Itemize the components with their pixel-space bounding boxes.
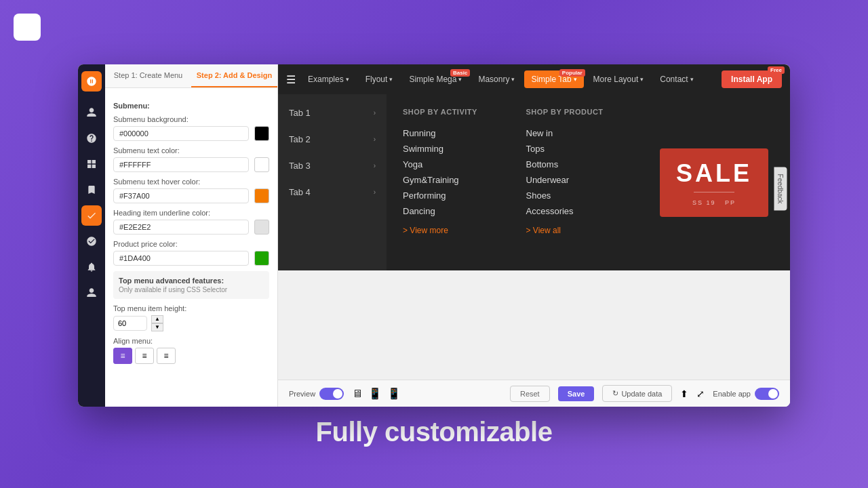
hamburger-icon[interactable]: ☰: [286, 73, 296, 86]
sidebar-icon-check[interactable]: [81, 205, 102, 226]
submenu-bg-label: Submenu background:: [113, 115, 269, 123]
menu-item-more-layout[interactable]: More Layout ▾: [587, 70, 651, 88]
simple-tab-badge: Popular: [559, 69, 585, 77]
mobile-icon[interactable]: 📱: [387, 387, 401, 400]
submenu-hover-swatch[interactable]: [254, 188, 269, 203]
view-more-link[interactable]: > View more: [403, 223, 510, 238]
feedback-tab[interactable]: Feedback: [774, 167, 787, 211]
sale-banner: SALE SS 19 PP: [660, 148, 768, 217]
submenu-text-swatch[interactable]: [254, 157, 269, 172]
stepper-down[interactable]: ▼: [151, 323, 163, 331]
preview-label: Preview: [289, 390, 315, 398]
mega-tab-4[interactable]: Tab 4 ›: [278, 179, 387, 205]
tab2-label: Tab 2: [289, 134, 311, 144]
preview-switch[interactable]: [319, 388, 344, 400]
menu-item-simple-mega[interactable]: Simple Mega ▾ Basic: [402, 70, 469, 88]
save-button[interactable]: Save: [558, 386, 595, 401]
advanced-box: Top menu advanced features: Only availab…: [113, 271, 269, 299]
product-price-row: [113, 251, 269, 266]
sidebar-icon-support[interactable]: [81, 231, 102, 251]
link-gym[interactable]: Gym&Training: [403, 172, 510, 188]
sidebar-icon-grid[interactable]: [81, 154, 102, 174]
advanced-title: Top menu advanced features:: [119, 277, 264, 285]
sidebar-icon-help[interactable]: [81, 128, 102, 148]
submenu-bg-swatch[interactable]: [254, 126, 269, 141]
menu-height-label: Top menu item height:: [113, 304, 269, 312]
heading-underline-swatch[interactable]: [254, 220, 269, 235]
sale-banner-container: SALE SS 19 PP: [649, 94, 790, 270]
tab-create-menu[interactable]: Step 1: Create Menu: [105, 64, 191, 87]
sale-divider: [694, 192, 734, 192]
app-logo: [14, 14, 41, 41]
sidebar-icon-bell[interactable]: [81, 257, 102, 277]
update-button[interactable]: ↻ Update data: [602, 385, 672, 402]
svg-rect-0: [21, 21, 26, 28]
contact-chevron: ▾: [690, 76, 694, 83]
link-running[interactable]: Running: [403, 125, 510, 141]
mega-tab-2[interactable]: Tab 2 ›: [278, 126, 387, 152]
shop-activity-title: Shop by activity: [403, 108, 510, 116]
shop-by-activity-col: Shop by activity Running Swimming Yoga G…: [403, 108, 510, 257]
install-app-badge: Free: [768, 66, 785, 74]
menu-item-simple-tab[interactable]: Simple Tab ▾ Popular: [524, 70, 583, 88]
stepper-buttons: ▲ ▼: [151, 315, 163, 331]
link-shoes[interactable]: Shoes: [526, 188, 633, 203]
sidebar-icon-user[interactable]: [81, 102, 102, 123]
product-price-input[interactable]: [113, 251, 249, 266]
simple-mega-badge: Basic: [450, 69, 470, 77]
link-bottoms[interactable]: Bottoms: [526, 157, 633, 172]
masonry-label: Masonry: [478, 75, 509, 84]
link-accessories[interactable]: Accessories: [526, 203, 633, 219]
menu-item-masonry[interactable]: Masonry ▾: [471, 70, 521, 88]
enable-app-toggle: Enable app: [713, 388, 779, 400]
link-swimming[interactable]: Swimming: [403, 141, 510, 157]
heading-underline-input[interactable]: [113, 220, 249, 235]
tablet-icon[interactable]: 📱: [368, 387, 382, 400]
flyout-chevron: ▾: [389, 76, 393, 83]
menu-item-examples[interactable]: Examples ▾: [301, 70, 356, 88]
expand-icon[interactable]: ⤢: [696, 388, 705, 399]
shop-product-title: Shop by product: [526, 108, 633, 116]
refresh-icon: ↻: [612, 389, 618, 398]
desktop-icon[interactable]: 🖥: [352, 388, 363, 400]
link-yoga[interactable]: Yoga: [403, 157, 510, 172]
sidebar-icon-bookmark[interactable]: [81, 180, 102, 200]
heading-underline-row: [113, 220, 269, 235]
link-performing[interactable]: Performing: [403, 188, 510, 203]
submenu-bg-input[interactable]: [113, 126, 249, 141]
align-center-btn[interactable]: ≡: [135, 348, 154, 364]
product-price-swatch[interactable]: [254, 251, 269, 266]
examples-label: Examples: [308, 75, 344, 84]
menu-height-input[interactable]: [113, 316, 147, 331]
tab-add-design[interactable]: Step 2: Add & Design: [191, 64, 277, 87]
menu-item-flyout[interactable]: Flyout ▾: [359, 70, 400, 88]
submenu-hover-input[interactable]: [113, 188, 249, 203]
link-dancing[interactable]: Dancing: [403, 203, 510, 219]
link-tops[interactable]: Tops: [526, 141, 633, 157]
install-app-button[interactable]: Install App Free: [722, 70, 782, 88]
menu-height-row: ▲ ▼: [113, 315, 269, 331]
link-new-in[interactable]: New in: [526, 125, 633, 141]
mega-tab-3[interactable]: Tab 3 ›: [278, 152, 387, 179]
submenu-text-row: [113, 157, 269, 172]
logo-area: [14, 14, 41, 41]
link-underwear[interactable]: Underwear: [526, 172, 633, 188]
sale-sub: SS 19 PP: [692, 199, 736, 206]
enable-app-switch[interactable]: [755, 388, 779, 400]
sale-text: SALE: [676, 159, 752, 188]
reset-button[interactable]: Reset: [510, 386, 550, 402]
view-all-link[interactable]: > View all: [526, 223, 633, 238]
align-left-btn[interactable]: ≡: [113, 348, 132, 364]
preview-toggle: Preview: [289, 388, 344, 400]
sidebar-icon-person[interactable]: [81, 283, 102, 303]
submenu-label: Submenu:: [113, 102, 269, 110]
more-layout-label: More Layout: [593, 75, 639, 84]
sidebar-icon-settings[interactable]: [81, 71, 102, 92]
menu-item-contact[interactable]: Contact ▾: [653, 70, 700, 88]
svg-rect-2: [21, 30, 26, 33]
share-icon[interactable]: ⬆: [680, 388, 688, 399]
submenu-text-input[interactable]: [113, 157, 249, 172]
mega-tab-1[interactable]: Tab 1 ›: [278, 100, 387, 126]
align-right-btn[interactable]: ≡: [157, 348, 176, 364]
stepper-up[interactable]: ▲: [151, 315, 163, 323]
